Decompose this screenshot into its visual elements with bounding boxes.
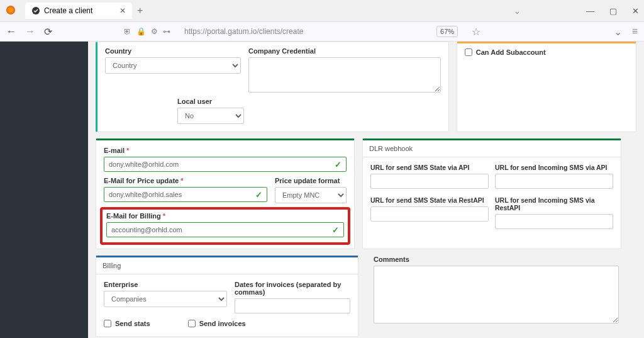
dates-input[interactable] [235,298,350,313]
company-credential-input[interactable] [248,57,441,93]
price-email-input[interactable] [104,187,267,202]
local-user-select[interactable]: No [177,108,244,124]
email-input[interactable] [104,157,347,172]
price-format-label: Price update format [275,177,347,184]
price-email-label: E-Mail for Price update * [104,177,267,184]
company-credential-label: Company Credential [248,47,441,55]
tabs-dropdown-icon[interactable]: ⌄ [514,6,521,16]
lock-icon[interactable]: 🔒 [136,27,146,36]
send-stats-checkbox[interactable] [104,320,111,327]
sms-rest-input[interactable] [370,206,489,222]
firefox-icon [6,6,15,14]
sidebar [0,42,88,338]
sms-api-input[interactable] [370,174,489,189]
incoming-rest-label: URL for send Incoming SMS via RestAPI [495,196,613,211]
addressbar: ← → ⟳ ⛨ 🔒 ⚙ ⊶ https://portal.gatum.io/cl… [0,21,644,42]
incoming-api-label: URL for send Incoming SMS via API [495,164,613,171]
enterprise-select[interactable]: Companies [104,291,227,307]
comments-input[interactable] [374,266,619,324]
back-button[interactable]: ← [6,26,16,38]
subaccount-checkbox[interactable] [465,48,472,56]
send-stats-label: Send stats [115,320,150,327]
dlr-header: DLR webhook [363,140,621,157]
email-label: E-mail * [104,147,347,154]
enterprise-label: Enterprise [104,281,227,288]
billing-header: Billing [96,257,358,274]
sms-rest-label: URL for send SMS State via RestAPI [370,196,489,204]
sms-api-label: URL for send SMS State via API [370,164,489,171]
price-format-select[interactable]: Empty MNC [275,187,347,203]
browser-tab[interactable]: Create a client ✕ [25,3,132,19]
permissions-icon[interactable]: ⚙ [151,27,158,36]
close-tab-icon[interactable]: ✕ [119,6,126,15]
dates-label: Dates for invoices (separated by commas) [235,281,350,296]
minimize-button[interactable]: — [586,6,594,16]
billing-email-label: E-Mail for Billing * [106,212,344,220]
forward-button[interactable]: → [25,26,35,38]
new-tab-button[interactable]: + [137,5,143,16]
country-label: Country [105,47,241,55]
maximize-button[interactable]: ▢ [609,6,617,16]
key-icon[interactable]: ⊶ [163,27,170,36]
reload-button[interactable]: ⟳ [44,26,52,38]
subaccount-label: Can Add Subaccount [476,48,546,56]
favicon [31,6,40,15]
incoming-rest-input[interactable] [495,214,613,229]
menu-icon[interactable]: ≡ [632,26,638,38]
zoom-level[interactable]: 67% [436,26,458,37]
bookmark-icon[interactable]: ☆ [472,26,480,38]
billing-email-highlight: E-Mail for Billing * [100,207,350,245]
pocket-icon[interactable]: ⌄ [614,26,622,38]
country-select[interactable]: Country [105,57,241,74]
send-invoices-checkbox[interactable] [188,320,196,327]
incoming-api-input[interactable] [495,174,613,189]
comments-label: Comments [374,256,619,263]
send-invoices-label: Send invoices [199,320,246,327]
url-text[interactable]: https://portal.gatum.io/clients/create [184,27,303,36]
tab-title: Create a client [44,6,92,15]
main-content: Country Country Company Credential Local… [88,42,644,338]
titlebar: Create a client ✕ + ⌄ — ▢ ✕ [0,0,644,21]
close-window-button[interactable]: ✕ [632,6,639,16]
billing-email-input[interactable] [106,222,344,237]
shield-icon[interactable]: ⛨ [124,27,131,36]
local-user-label: Local user [177,98,244,105]
